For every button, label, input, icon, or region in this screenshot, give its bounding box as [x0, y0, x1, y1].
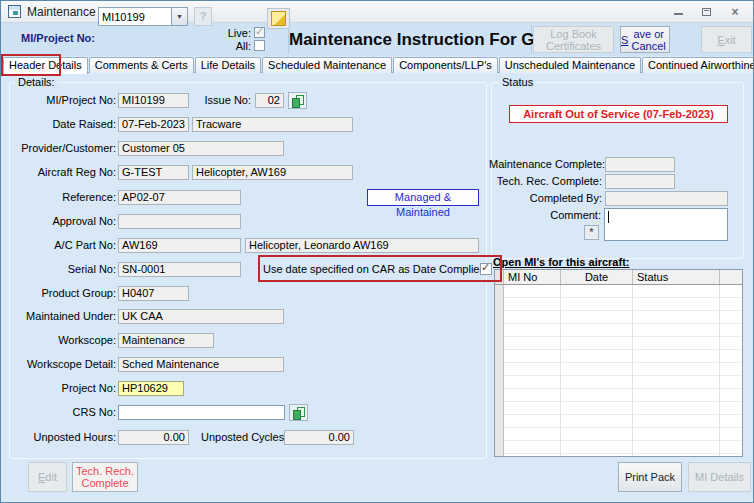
row-selector-gutter	[495, 270, 504, 284]
check-icon: ✓	[255, 25, 264, 38]
edit-button[interactable]: Edit	[28, 462, 67, 492]
help-button[interactable]: ?	[194, 7, 212, 26]
minimize-button[interactable]	[669, 4, 689, 20]
serial-no-label: Serial No:	[3, 262, 116, 277]
exit-button[interactable]: Exit	[701, 26, 752, 53]
ac-part-no-field: AW169	[118, 238, 241, 253]
tab-bar: Header Details Comments & Certs Life Det…	[3, 57, 754, 73]
issue-no-label: Issue No:	[201, 93, 251, 108]
maintained-under-field: UK CAA	[118, 309, 284, 324]
tab-header-details[interactable]: Header Details	[3, 57, 88, 74]
tab-continued-airworthiness[interactable]: Continued Airworthiness Requirements	[642, 57, 754, 73]
combo-dropdown-button[interactable]: ▼	[171, 8, 187, 25]
mi-project-value: MI10199	[102, 10, 145, 24]
tab-scheduled-maintenance[interactable]: Scheduled Maintenance	[262, 57, 392, 73]
completed-by-label: Completed By:	[489, 191, 602, 206]
close-button[interactable]: ×	[725, 4, 745, 20]
workscope-detail-field: Sched Maintenance	[118, 357, 284, 372]
tech-rech-complete-button[interactable]: Tech. Rech. Complete	[72, 462, 138, 492]
details-group-label: Details:	[15, 76, 58, 88]
open-mis-table-body[interactable]	[495, 285, 742, 456]
open-mis-table[interactable]: MI No Date Status	[494, 269, 743, 457]
car-date-checkbox[interactable]: ✓	[480, 263, 492, 275]
app-icon	[8, 5, 21, 18]
column-header-spacer	[720, 270, 742, 284]
ac-part-no-label: A/C Part No:	[3, 238, 116, 253]
mi-project-no-label: MI/Project No:	[3, 93, 116, 108]
page-title: Maintenance Instruction For G-TEST	[289, 30, 531, 50]
workscope-detail-label: Workscope Detail:	[3, 357, 116, 372]
notes-button[interactable]	[267, 8, 290, 29]
check-icon: ✓	[481, 261, 490, 274]
serial-no-field: SN-0001	[118, 262, 241, 277]
aircraft-out-of-service-banner: Aircraft Out of Service (07-Feb-2023)	[509, 105, 728, 123]
log-book-certificates-button[interactable]: Log Book Certificates	[533, 26, 614, 53]
crs-no-label: CRS No:	[3, 405, 116, 420]
aircraft-type-field: Helicopter, AW169	[192, 165, 353, 180]
text-cursor	[608, 211, 609, 223]
completed-by-field	[605, 191, 728, 206]
all-label: All:	[223, 40, 251, 52]
open-mis-title: Open MI's for this aircraft:	[493, 256, 629, 268]
maintenance-complete-field	[605, 157, 675, 172]
maximize-icon	[702, 8, 711, 16]
asterisk-button[interactable]: *	[584, 225, 599, 240]
note-icon	[271, 11, 286, 26]
close-icon: ×	[731, 5, 738, 19]
maintained-under-label: Maintained Under:	[3, 309, 116, 324]
approval-no-label: Approval No:	[3, 214, 116, 229]
unposted-cycles-field: 0.00	[284, 430, 354, 445]
project-no-field[interactable]: HP10629	[118, 381, 184, 396]
tab-components-llps[interactable]: Components/LLP's	[393, 57, 498, 73]
column-header-date[interactable]: Date	[561, 270, 633, 284]
date-raised-field: 07-Feb-2023	[118, 117, 189, 132]
tab-life-details[interactable]: Life Details	[195, 57, 261, 73]
raised-by-field: Tracware	[192, 117, 353, 132]
date-raised-label: Date Raised:	[3, 117, 116, 132]
crs-copy-button[interactable]	[289, 404, 308, 421]
mi-project-no-field: MI10199	[118, 93, 189, 108]
tech-rec-complete-label: Tech. Rec. Complete:	[489, 174, 602, 189]
provider-customer-label: Provider/Customer:	[3, 141, 116, 156]
maintenance-update-window: Maintenance Update × MI/Project No: MI10…	[0, 0, 754, 503]
chevron-down-icon: ▼	[176, 13, 183, 20]
car-date-label: Use date specified on CAR as Date Compli…	[263, 262, 475, 277]
live-label: Live:	[223, 27, 251, 39]
comment-textarea[interactable]	[604, 208, 728, 241]
unposted-hours-field: 0.00	[118, 430, 189, 445]
unposted-hours-label: Unposted Hours:	[3, 430, 116, 445]
reference-label: Reference:	[3, 190, 116, 205]
provider-customer-field: Customer 05	[118, 141, 284, 156]
all-checkbox[interactable]	[254, 40, 265, 51]
print-pack-button[interactable]: Print Pack	[618, 462, 682, 492]
maintenance-complete-label: Maintenance Complete:	[489, 157, 602, 172]
mi-project-combobox[interactable]: MI10199 ▼	[98, 7, 188, 26]
aircraft-reg-label: Aircraft Reg No:	[3, 165, 116, 180]
mi-project-label: MI/Project No:	[6, 29, 95, 48]
product-group-field: H0407	[118, 286, 189, 301]
tab-comments-certs[interactable]: Comments & Certs	[89, 57, 194, 73]
unposted-cycles-label: Unposted Cycles:	[201, 430, 280, 445]
column-header-mi-no[interactable]: MI No	[504, 270, 561, 284]
mi-details-button[interactable]: MI Details	[688, 462, 751, 492]
project-no-label: Project No:	[3, 381, 116, 396]
aircraft-reg-field: G-TEST	[118, 165, 189, 180]
issue-copy-button[interactable]	[288, 92, 307, 109]
live-checkbox[interactable]: ✓	[254, 27, 265, 38]
managed-maintained-badge: Managed & Maintained	[367, 189, 479, 206]
maximize-button[interactable]	[697, 4, 717, 20]
product-group-label: Product Group:	[3, 286, 116, 301]
column-header-status[interactable]: Status	[633, 270, 720, 284]
status-group-label: Status	[499, 76, 536, 88]
issue-no-field: 02	[255, 93, 284, 108]
workscope-field: Maintenance	[118, 333, 214, 348]
open-mis-table-header: MI No Date Status	[495, 270, 742, 285]
approval-no-field	[118, 214, 241, 229]
tech-rec-complete-field	[605, 174, 675, 189]
ac-part-desc-field: Helicopter, Leonardo AW169	[245, 238, 479, 253]
save-or-cancel-button[interactable]: Save or Cancel	[620, 26, 670, 53]
minimize-icon	[674, 13, 683, 15]
comment-label: Comment:	[489, 208, 601, 223]
tab-unscheduled-maintenance[interactable]: Unscheduled Maintenance	[499, 57, 641, 73]
crs-no-field[interactable]	[118, 405, 285, 420]
